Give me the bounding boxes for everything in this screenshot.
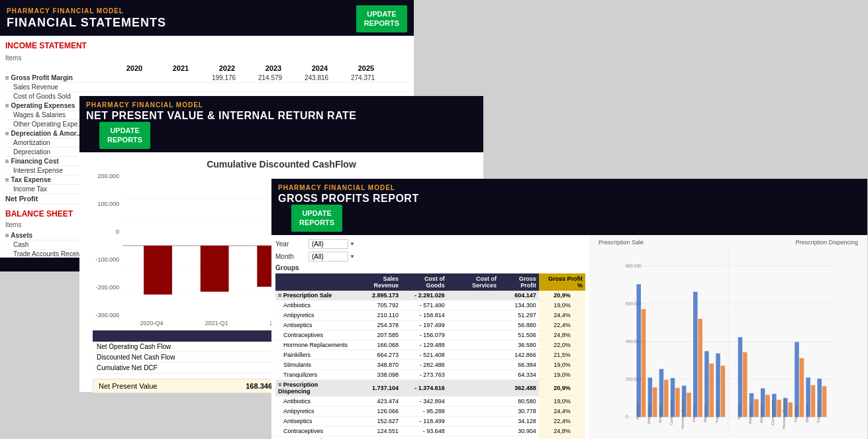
chart-col-header: Prescription Sale Prescription Dispencin… [592, 238, 865, 247]
dncf-label: Discounted Net Cash Flow [93, 352, 271, 362]
svg-rect-26 [653, 387, 657, 417]
panel2-title: NET PRESENT VALUE & INTERNAL RETURN RATE [86, 110, 477, 122]
year-2022: 2022 [204, 64, 250, 72]
item-gross: 80.580 [499, 396, 539, 406]
group-cogs: - 2.291.026 [401, 291, 448, 301]
svg-rect-42 [754, 399, 759, 416]
item-services [448, 350, 499, 360]
item-cogs: - 129.488 [401, 340, 448, 350]
year-header-row: 2020 2021 2022 2023 2024 2025 [5, 64, 409, 72]
group-name: ≡ Prescription Dispencing [275, 379, 354, 396]
panel1-title: FINANCIAL STATEMENTS [7, 16, 166, 30]
item-pct: 22,4% [539, 416, 585, 426]
item-cogs: - 197.499 [401, 320, 448, 330]
item-gross: 56.880 [499, 320, 539, 330]
table-row: Antibiotics 705.792 - 571.490 134.300 19… [275, 300, 585, 310]
col-header-sales: Sales Revenue [354, 273, 401, 291]
table-row: Stimulants 348.870 - 282.486 66.384 19,0… [275, 360, 585, 369]
gpm-2025: 274.371 [340, 74, 386, 81]
item-sales: 705.792 [354, 300, 401, 310]
item-pct: 19,0% [539, 300, 585, 310]
panel2-subtitle: PHARMACY FINANCIAL MODEL [86, 101, 477, 109]
group-gross: 604.147 [499, 291, 539, 301]
item-pct: 19,0% [539, 360, 585, 369]
gross-profits-panel: PHARMACY FINANCIAL MODEL GROSS PROFITS R… [271, 179, 867, 439]
table-row: Antibiotics 423.474 - 342.894 80.580 19,… [275, 396, 585, 406]
svg-text:Antiseptics: Antiseptics [759, 405, 763, 423]
table-row: Sales Revenue [5, 83, 409, 92]
item-sales: 207.585 [354, 330, 401, 340]
item-cogs: - 273.763 [401, 369, 448, 379]
x-label-q1-2021: 2021-Q1 [205, 320, 228, 326]
update-reports-btn-3[interactable]: UPDATE REPORTS [291, 205, 342, 232]
item-sales: 664.273 [354, 350, 401, 360]
svg-text:0: 0 [626, 415, 628, 419]
year-filter-label: Year [275, 240, 302, 248]
group-pct: 20,9% [539, 379, 585, 396]
month-filter-value: (All) [309, 252, 348, 262]
income-statement-title: INCOME STATEMENT [5, 41, 409, 50]
svg-text:Contraceptives: Contraceptives [669, 399, 673, 424]
groups-label: Groups [275, 264, 585, 271]
item-gross: 36.580 [499, 340, 539, 350]
month-filter-select[interactable]: (All) ▼ [309, 252, 355, 262]
year-2021: 2021 [158, 64, 204, 72]
item-gross: 51.297 [499, 310, 539, 320]
item-pct: 21,5% [539, 350, 585, 360]
item-gross: 64.334 [499, 369, 539, 379]
month-filter-arrow[interactable]: ▼ [350, 254, 355, 260]
svg-text:Contraceptives: Contraceptives [771, 399, 775, 424]
panel3-body: Year (All) ▼ Month (All) ▼ Groups Sal [271, 235, 867, 439]
item-services [448, 406, 499, 416]
y-label-neg200k: -200.000 [86, 284, 119, 291]
year-2025: 2025 [343, 64, 389, 72]
item-sales: 254.378 [354, 320, 401, 330]
svg-rect-52 [811, 385, 816, 416]
y-label-neg100k: -100.000 [86, 256, 119, 263]
cf-col-label [93, 330, 271, 342]
item-sales: 210.110 [354, 310, 401, 320]
item-cogs: - 158.814 [401, 310, 448, 320]
table-row: Painkillers 664.273 - 521.408 142.866 21… [275, 350, 585, 360]
item-pct: 24,8% [539, 426, 585, 436]
item-name: Stimulants [275, 360, 354, 369]
item-gross: 30.778 [499, 406, 539, 416]
y-label-100k: 100.000 [86, 201, 119, 207]
table-row: Contraceptives 124.551 - 93.648 30.904 2… [275, 426, 585, 436]
item-name: Contraceptives [275, 426, 354, 436]
item-sales: 126.066 [354, 406, 401, 416]
svg-rect-34 [698, 318, 702, 416]
year-filter-arrow[interactable]: ▼ [350, 241, 355, 247]
item-name: Antipyretics [275, 406, 354, 416]
item-pct: 22,0% [539, 436, 585, 439]
svg-rect-23 [636, 284, 641, 417]
item-services [448, 300, 499, 310]
item-pct: 24,8% [539, 330, 585, 340]
item-cogs: - 521.408 [401, 350, 448, 360]
y-label-neg300k: -300.000 [86, 312, 119, 318]
item-name: Contraceptives [275, 330, 354, 340]
svg-text:Painkillers: Painkillers [794, 405, 798, 422]
group-services [448, 291, 499, 301]
year-filter-select[interactable]: (All) ▼ [309, 239, 355, 249]
table-row: Antiseptics 152.627 - 118.499 34.128 22,… [275, 416, 585, 426]
item-cogs: - 77.693 [401, 436, 448, 439]
gpm-2024: 243.816 [293, 74, 340, 81]
update-reports-btn-2[interactable]: UPDATE REPORTS [99, 122, 150, 149]
table-row: Antipyretics 126.066 - 95.288 30.778 24,… [275, 406, 585, 416]
svg-text:Antiseptics: Antiseptics [658, 405, 662, 423]
item-gross: 34.128 [499, 416, 539, 426]
item-sales: 166.068 [354, 340, 401, 350]
npv-value: 168.346 [246, 382, 272, 390]
update-reports-btn-1[interactable]: UPDATE REPORTS [356, 5, 407, 32]
svg-rect-28 [664, 379, 669, 416]
item-services [448, 360, 499, 369]
filter-row-year: Year (All) ▼ [275, 239, 585, 249]
item-cogs: - 156.079 [401, 330, 448, 340]
item-sales: 152.627 [354, 416, 401, 426]
group-gross: 362.488 [499, 379, 539, 396]
col-header-cogs: Cost of Goods [401, 273, 448, 291]
table-row: Hormone Replacements 99.641 - 77.693 21.… [275, 436, 585, 439]
gpm-2022: 199.176 [201, 74, 247, 81]
item-name: Painkillers [275, 350, 354, 360]
